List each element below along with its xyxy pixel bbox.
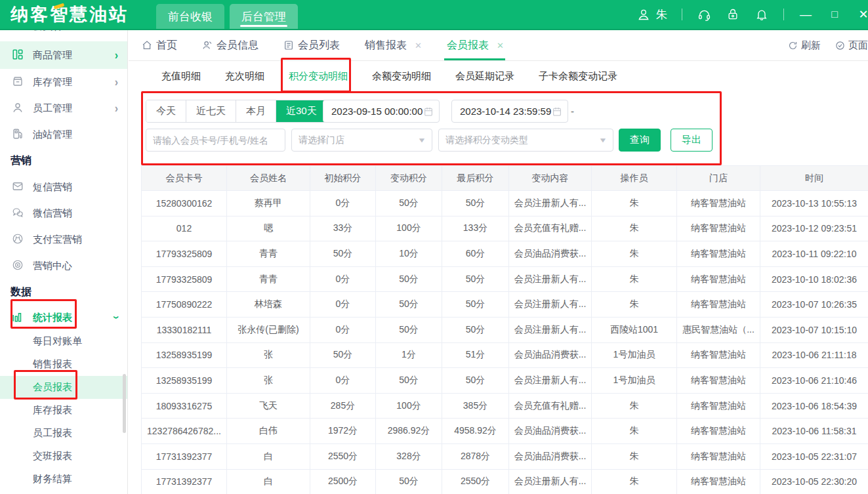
cell-member-name: 青青 <box>227 266 310 292</box>
window-minimize-button[interactable]: — <box>798 8 813 22</box>
cell-change-content: 会员注册新人有... <box>509 368 592 394</box>
tab-member-list[interactable]: 会员列表 <box>283 30 340 60</box>
table-row[interactable]: 17793325809 青青 50分 10分 60分 会员油品消费获... 朱 … <box>142 241 868 267</box>
window-close-button[interactable]: ✕ <box>856 7 868 22</box>
table-row[interactable]: 13258935199 张 0分 50分 50分 会员注册新人有... 1号加油… <box>142 368 868 394</box>
cell-change-content: 会员油品消费获... <box>509 419 592 444</box>
cell-changed-points: 100分 <box>376 393 442 419</box>
page-actions-icon <box>835 41 845 51</box>
table-row[interactable]: 13330182111 张永传(已删除) 0分 50分 50分 会员注册新人有.… <box>142 317 868 342</box>
table-row[interactable]: 13258935199 张 50分 1分 51分 会员油品消费获... 1号加油… <box>142 342 868 368</box>
tab-home[interactable]: 首页 <box>142 30 177 60</box>
subtab-recharge-times-detail[interactable]: 充次明细 <box>225 70 264 83</box>
headset-icon[interactable] <box>697 7 711 22</box>
sidebar-scrollbar[interactable] <box>123 374 126 433</box>
page-tab-bar: 首页 会员信息 会员列表 销售报表 ✕ <box>129 30 868 61</box>
sidebar-item-station-mgmt[interactable]: 油站管理 <box>0 121 127 148</box>
cell-final-points: 60分 <box>442 241 509 267</box>
cell-member-name: 张永传(已删除) <box>227 317 310 342</box>
subtab-balance-change-detail[interactable]: 余额变动明细 <box>372 70 431 83</box>
subtab-member-extension-record[interactable]: 会员延期记录 <box>455 70 514 83</box>
search-button[interactable]: 查询 <box>619 129 661 152</box>
dropdown-arrow-icon: ▼ <box>598 136 608 144</box>
sidebar-item-stats-report[interactable]: 统计报表 › <box>0 305 127 330</box>
page-actions-button[interactable]: 页面操作 <box>835 39 868 52</box>
window-maximize-button[interactable]: □ <box>827 9 842 20</box>
top-bar: 纳客智慧油站 前台收银 后台管理 朱 <box>0 0 868 30</box>
table-row[interactable]: 17731392377 白 2500分 50分 2550分 会员注册新人有...… <box>142 469 868 494</box>
cell-changed-points: 50分 <box>376 266 442 292</box>
tab-member-report[interactable]: 会员报表 ✕ <box>447 30 504 60</box>
sidebar-sub-label: 员工报表 <box>33 427 72 440</box>
sidebar-sub-label: 每日对账单 <box>33 335 82 348</box>
store-select[interactable]: 请选择门店 ▼ <box>291 129 432 152</box>
bell-icon[interactable] <box>754 7 769 22</box>
table-row[interactable]: 18093316275 飞天 285分 100分 385分 会员充值有礼赠...… <box>142 393 868 419</box>
dropdown-arrow-icon: ▼ <box>417 136 426 144</box>
lock-icon[interactable] <box>726 7 740 22</box>
sidebar-item-sales-report[interactable]: 销售报表 <box>0 353 127 376</box>
cell-initial-points: 50分 <box>310 342 376 368</box>
cell-time: 2023-10-05 22:30:20 <box>760 469 868 494</box>
sidebar-item-sms-marketing[interactable]: 短信营销 <box>0 174 127 200</box>
export-button[interactable]: 导出 <box>671 129 713 152</box>
tab-member-info[interactable]: 会员信息 <box>202 30 258 60</box>
sidebar-item-staff-mgmt[interactable]: 员工管理 › <box>0 95 127 121</box>
tab-close-icon[interactable]: ✕ <box>415 41 422 51</box>
chevron-right-icon: › <box>115 48 118 62</box>
cell-member-name: 嗯 <box>227 216 310 241</box>
range-last7-button[interactable]: 近七天 <box>186 100 236 122</box>
table-row[interactable]: 012 嗯 33分 100分 133分 会员充值有礼赠... 朱 纳客智慧油站 … <box>142 216 868 241</box>
cell-time: 2023-10-06 21:10:46 <box>760 368 868 394</box>
cell-card-number: 1232786426782... <box>142 419 227 444</box>
subtab-recharge-detail[interactable]: 充值明细 <box>161 70 201 83</box>
cell-initial-points: 1972分 <box>310 419 376 444</box>
table-row[interactable]: 17793325809 青青 0分 50分 50分 会员注册新人有... 朱 纳… <box>142 266 868 292</box>
cell-change-content: 会员油品消费获... <box>509 342 592 368</box>
table-row[interactable]: 15280300162 蔡再甲 0分 50分 50分 会员注册新人有... 朱 … <box>142 191 868 216</box>
nav-back-admin[interactable]: 后台管理 <box>230 4 298 29</box>
sidebar-item-inventory-report[interactable]: 库存报表 <box>0 399 127 422</box>
member-search-input[interactable] <box>146 129 285 152</box>
sidebar-sub-label: 库存报表 <box>33 404 72 417</box>
sidebar-item-finance-settle[interactable]: 财务结算 <box>0 468 127 491</box>
sidebar-item-daily-statement[interactable]: 每日对账单 <box>0 330 127 353</box>
table-row[interactable]: 17731392377 白 2550分 328分 2878分 会员油品消费获..… <box>142 443 868 469</box>
sidebar-item-staff-report[interactable]: 员工报表 <box>0 422 127 445</box>
start-date-input[interactable]: 2023-09-15 00:00:00 <box>323 100 440 123</box>
sidebar-item-shift-report[interactable]: 交班报表 <box>0 445 127 468</box>
tab-sales-report[interactable]: 销售报表 ✕ <box>365 30 422 60</box>
subtab-points-change-detail[interactable]: 积分变动明细 <box>289 70 348 83</box>
sidebar-item-label: 微信营销 <box>33 207 72 220</box>
sidebar-item-wechat-marketing[interactable]: 微信营销 <box>0 200 127 226</box>
sidebar-item-alipay-marketing[interactable]: 支付宝营销 <box>0 226 127 253</box>
start-date-value: 2023-09-15 00:00:00 <box>331 106 423 117</box>
table-row[interactable]: 17750890222 林培森 0分 50分 50分 会员注册新人有... 朱 … <box>142 292 868 318</box>
sidebar-item-member-mgmt[interactable]: 会员管理 › <box>0 30 127 41</box>
range-last30-button[interactable]: 近30天 <box>276 100 327 122</box>
cell-operator: 朱 <box>592 419 677 444</box>
points-type-select[interactable]: 请选择积分变动类型 ▼ <box>438 129 613 152</box>
range-month-button[interactable]: 本月 <box>236 100 276 122</box>
sidebar-item-goods-mgmt[interactable]: 商品管理 › <box>0 41 127 69</box>
sidebar-item-marketing-center[interactable]: 营销中心 <box>0 253 127 279</box>
refresh-button[interactable]: 刷新 <box>788 39 821 52</box>
col-time: 时间 <box>760 166 868 191</box>
tab-close-icon[interactable]: ✕ <box>497 41 504 51</box>
chevron-right-icon: › <box>115 30 118 33</box>
member-list-icon <box>283 40 294 51</box>
sidebar-item-member-report[interactable]: 会员报表 <box>0 376 127 399</box>
range-today-button[interactable]: 今天 <box>146 100 186 122</box>
subtab-subcard-balance-record[interactable]: 子卡余额变动记录 <box>539 70 617 83</box>
sidebar-sub-label: 交班报表 <box>33 450 72 463</box>
calendar-icon <box>552 106 562 117</box>
col-changed-points: 变动积分 <box>376 166 442 191</box>
table-row[interactable]: 1232786426782... 白伟 1972分 2986.92分 4958.… <box>142 419 868 444</box>
end-date-input[interactable]: 2023-10-14 23:59:59 <box>451 100 568 123</box>
table-header-row: 会员卡号 会员姓名 初始积分 变动积分 最后积分 变动内容 操作员 门店 时间 <box>142 166 868 191</box>
sidebar-item-inventory-mgmt[interactable]: 库存管理 › <box>0 69 127 95</box>
nav-front-cashier[interactable]: 前台收银 <box>156 4 224 29</box>
cell-change-content: 会员充值有礼赠... <box>509 393 592 419</box>
tab-label: 销售报表 <box>365 39 407 52</box>
current-user[interactable]: 朱 <box>636 7 667 22</box>
